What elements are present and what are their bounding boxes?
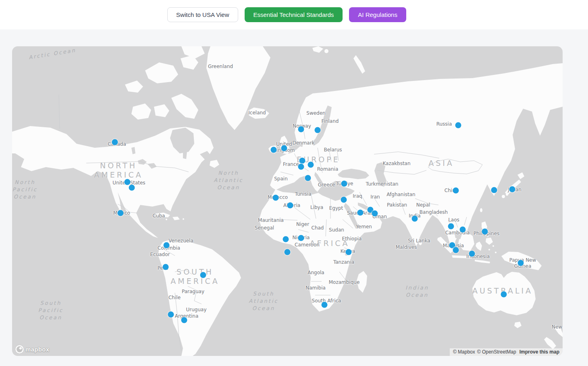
marker-canada[interactable] — [112, 139, 118, 145]
marker-colombia[interactable] — [164, 242, 170, 248]
map-attribution: © Mapbox © OpenStreetMap Improve this ma… — [450, 348, 563, 356]
map-markers-layer — [12, 46, 563, 356]
marker-france[interactable] — [298, 164, 304, 170]
marker-sweden[interactable] — [315, 127, 321, 133]
mapbox-logo-icon — [15, 345, 24, 354]
marker-uae[interactable] — [372, 211, 378, 217]
marker-brazil[interactable] — [200, 272, 206, 278]
marker-ireland[interactable] — [271, 147, 277, 153]
marker-austria[interactable] — [308, 162, 314, 168]
marker-south-korea[interactable] — [491, 187, 497, 193]
marker-saudi-arabia[interactable] — [357, 210, 364, 216]
marker-mexico[interactable] — [118, 210, 124, 216]
attribution-osm-link[interactable]: © OpenStreetMap — [477, 349, 516, 355]
marker-japan[interactable] — [509, 186, 515, 192]
marker-gabon[interactable] — [285, 249, 291, 255]
marker-morocco[interactable] — [273, 195, 279, 201]
marker-philippines[interactable] — [482, 229, 488, 235]
marker-kenya[interactable] — [346, 249, 352, 255]
main-content: Arctic OceanNorth Pacific OceanNorth Atl… — [0, 46, 588, 356]
marker-united-states-west[interactable] — [125, 179, 131, 185]
marker-united-kingdom[interactable] — [281, 145, 287, 151]
marker-china[interactable] — [453, 188, 459, 194]
marker-thailand[interactable] — [448, 223, 454, 230]
marker-algeria[interactable] — [287, 203, 293, 209]
marker-israel[interactable] — [341, 197, 347, 203]
marker-peru[interactable] — [163, 264, 169, 270]
marker-argentina[interactable] — [181, 317, 187, 323]
attribution-mapbox-link[interactable]: © Mapbox — [453, 349, 475, 355]
world-map[interactable]: Arctic OceanNorth Pacific OceanNorth Atl… — [12, 46, 563, 356]
mapbox-logo-text: mapbox — [25, 346, 49, 353]
marker-united-states-east[interactable] — [129, 185, 135, 191]
marker-netherlands[interactable] — [299, 158, 305, 164]
marker-south-africa[interactable] — [322, 302, 328, 308]
switch-usa-view-button[interactable]: Switch to USA View — [167, 7, 238, 22]
marker-russia[interactable] — [455, 122, 461, 128]
toolbar-button-row: Switch to USA View Essential Technical S… — [167, 7, 406, 22]
marker-australia[interactable] — [501, 292, 507, 298]
marker-italy[interactable] — [305, 175, 311, 181]
marker-india[interactable] — [412, 216, 418, 222]
marker-chile[interactable] — [168, 312, 174, 318]
ai-regulations-button[interactable]: AI Regulations — [349, 7, 406, 22]
marker-ghana[interactable] — [283, 236, 289, 242]
marker-norway[interactable] — [298, 126, 304, 132]
marker-singapore[interactable] — [453, 247, 459, 253]
marker-nigeria[interactable] — [298, 235, 304, 241]
toolbar: Switch to USA View Essential Technical S… — [0, 0, 588, 29]
marker-turkiye[interactable] — [341, 181, 347, 187]
marker-indonesia[interactable] — [469, 251, 475, 257]
mapbox-logo[interactable]: mapbox — [15, 345, 49, 354]
essential-technical-standards-button[interactable]: Essential Technical Standards — [245, 7, 343, 22]
attribution-improve-link[interactable]: Improve this map — [519, 349, 559, 355]
marker-papua-new-guinea[interactable] — [518, 260, 524, 266]
marker-vietnam[interactable] — [460, 227, 466, 233]
